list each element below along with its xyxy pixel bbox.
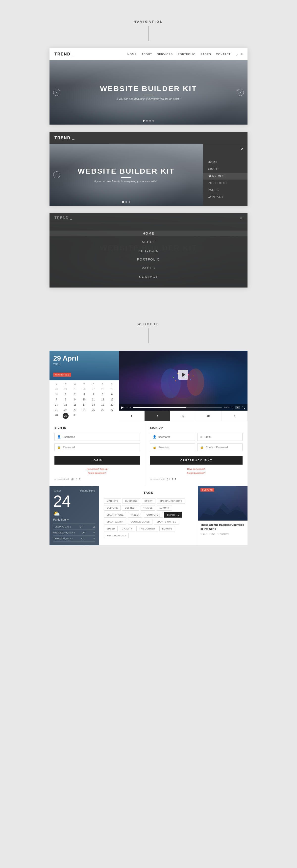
tag-gravity[interactable]: GRAVITY — [119, 526, 135, 531]
demo2-dot-2[interactable] — [126, 201, 127, 203]
cal-day-today[interactable]: 29 — [63, 413, 69, 419]
demo3-nav-home[interactable]: HOME — [50, 230, 248, 236]
demo3-nav-services[interactable]: SERVICES — [138, 248, 159, 254]
cal-prev-27[interactable]: 27 — [89, 387, 98, 392]
cal-day-18[interactable]: 18 — [89, 402, 98, 407]
sidebar-item-home[interactable]: HOME — [203, 159, 248, 166]
nav-pages[interactable]: PAGES — [200, 53, 211, 56]
sidebar-item-about[interactable]: ABOUT — [203, 166, 248, 173]
cal-day-3[interactable]: 3 — [80, 392, 88, 397]
signup-confirm-input[interactable] — [206, 446, 240, 449]
cal-day-6[interactable]: 6 — [108, 392, 116, 397]
hero-dot-4[interactable] — [153, 120, 154, 122]
demo2-close-button[interactable]: ✕ — [203, 144, 248, 154]
tag-sport[interactable]: SPORT — [142, 498, 156, 504]
cal-day-10[interactable]: 10 — [80, 397, 88, 402]
cal-day-9[interactable]: 9 — [70, 397, 79, 402]
cal-day-23[interactable]: 23 — [70, 408, 79, 412]
cal-day-20[interactable]: 20 — [108, 402, 116, 407]
cal-day-14[interactable]: 14 — [52, 402, 61, 407]
demo2-dot-1[interactable] — [122, 201, 124, 203]
tag-google-glass[interactable]: GOOGLE GLASS — [128, 519, 153, 525]
tag-real-economy[interactable]: REAL ECONOMY — [104, 533, 129, 538]
signin-forgot-link[interactable]: Forgot password ? — [88, 472, 106, 474]
tag-markets[interactable]: MARKETS — [104, 498, 121, 504]
menu-icon[interactable]: ≡ — [240, 52, 242, 56]
sidebar-item-services[interactable]: SERVICES — [203, 173, 248, 180]
sidebar-item-portfolio[interactable]: PORTFOLIO — [203, 180, 248, 186]
cal-day-22[interactable]: 22 — [61, 408, 70, 412]
cal-prev-30[interactable]: 30 — [52, 392, 61, 397]
cal-day-15[interactable]: 15 — [61, 402, 70, 407]
cal-day-7[interactable]: 7 — [52, 397, 61, 402]
video-progress-bar[interactable] — [133, 407, 222, 408]
cal-prev-25[interactable]: 25 — [70, 387, 79, 392]
cal-day-17[interactable]: 17 — [80, 402, 88, 407]
demo3-nav-contact[interactable]: CONTACT — [139, 274, 158, 280]
nav-portfolio[interactable]: PORTFOLIO — [178, 53, 196, 56]
signup-googleplus-icon[interactable]: g+ — [167, 477, 170, 481]
hd-badge[interactable]: HD — [235, 406, 240, 409]
tag-europe[interactable]: EUROPE — [159, 526, 175, 531]
volume-icon[interactable]: ♪ — [232, 406, 234, 409]
hero-next-arrow[interactable]: › — [237, 89, 244, 96]
cal-day-19[interactable]: 19 — [98, 402, 107, 407]
demo3-close-button[interactable]: ✕ — [239, 216, 242, 220]
hero-dot-3[interactable] — [149, 120, 151, 122]
demo3-nav-portfolio[interactable]: PORTFOLIO — [137, 256, 160, 262]
tag-smart-tv[interactable]: SMART TV — [164, 512, 182, 518]
sidebar-item-contact[interactable]: CONTACT — [203, 193, 248, 200]
signin-googleplus-icon[interactable]: g+ — [71, 477, 75, 481]
hero-dot-2[interactable] — [146, 120, 148, 122]
signin-login-button[interactable]: LOGIN — [55, 456, 140, 465]
cal-day-16[interactable]: 16 — [70, 402, 79, 407]
facebook-button[interactable]: f — [119, 411, 144, 421]
tag-tablet[interactable]: TABLET — [128, 512, 142, 518]
circle-button[interactable]: ○ — [222, 411, 248, 421]
tag-travel[interactable]: TRAVEL — [140, 505, 155, 510]
instagram-button[interactable]: ◎ — [170, 411, 196, 421]
tag-sci-tech[interactable]: SCI-TECH — [122, 505, 139, 510]
demo3-nav-about[interactable]: ABOUT — [142, 239, 156, 245]
demo2-dot-3[interactable] — [129, 201, 130, 203]
signin-twitter-icon[interactable]: t — [76, 477, 77, 481]
signup-facebook-icon[interactable]: f — [175, 477, 176, 481]
nav-services[interactable]: SERVICES — [157, 53, 173, 56]
google-plus-button[interactable]: g+ — [196, 411, 222, 421]
cal-day-4[interactable]: 4 — [89, 392, 98, 397]
signup-twitter-icon[interactable]: t — [172, 477, 173, 481]
tag-special-reports[interactable]: SPECIAL REPORTS — [157, 498, 185, 504]
signin-facebook-icon[interactable]: f — [79, 477, 80, 481]
nav-home[interactable]: HOME — [128, 53, 137, 56]
sidebar-item-pages[interactable]: PAGES — [203, 186, 248, 193]
search-icon[interactable]: ⌕ — [236, 52, 238, 56]
tag-the-corner[interactable]: THE CORNER — [136, 526, 158, 531]
cal-prev-23[interactable]: 23 — [52, 387, 61, 392]
cal-prev-26[interactable]: 26 — [80, 387, 88, 392]
cal-day-12[interactable]: 12 — [98, 397, 107, 402]
cal-day-11[interactable]: 11 — [89, 397, 98, 402]
cal-day-26[interactable]: 26 — [98, 408, 107, 412]
demo3-nav-pages[interactable]: PAGES — [142, 265, 155, 271]
cal-day-27[interactable]: 27 — [108, 408, 116, 412]
tag-culture[interactable]: CULTURE — [104, 505, 121, 510]
tag-smartwatch[interactable]: SMARTWATCH — [104, 519, 126, 525]
cal-prev-24[interactable]: 24 — [61, 387, 70, 392]
cal-day-28[interactable]: 28 — [52, 413, 61, 419]
signup-email-input[interactable] — [204, 435, 240, 438]
video-play-icon[interactable]: ▶ — [121, 406, 124, 409]
cal-prev-29[interactable]: 29 — [108, 387, 116, 392]
signin-password-input[interactable] — [63, 446, 137, 449]
video-play-button[interactable] — [178, 370, 188, 380]
cal-day-2[interactable]: 2 — [70, 392, 79, 397]
cal-day-25[interactable]: 25 — [89, 408, 98, 412]
cal-day-30[interactable]: 30 — [70, 413, 79, 419]
signin-signup-link[interactable]: Sign up — [100, 468, 108, 470]
tag-smartphone[interactable]: SMARTPHONE — [104, 512, 126, 518]
signup-have-account-link[interactable]: Have an Account? — [187, 468, 205, 470]
tag-business[interactable]: BUSINESS — [123, 498, 140, 504]
hero-prev-arrow[interactable]: ‹ — [53, 89, 60, 96]
nav-contact[interactable]: CONTACT — [216, 53, 230, 56]
nav-about[interactable]: ABOUT — [141, 53, 152, 56]
signup-password-input[interactable] — [158, 446, 193, 449]
